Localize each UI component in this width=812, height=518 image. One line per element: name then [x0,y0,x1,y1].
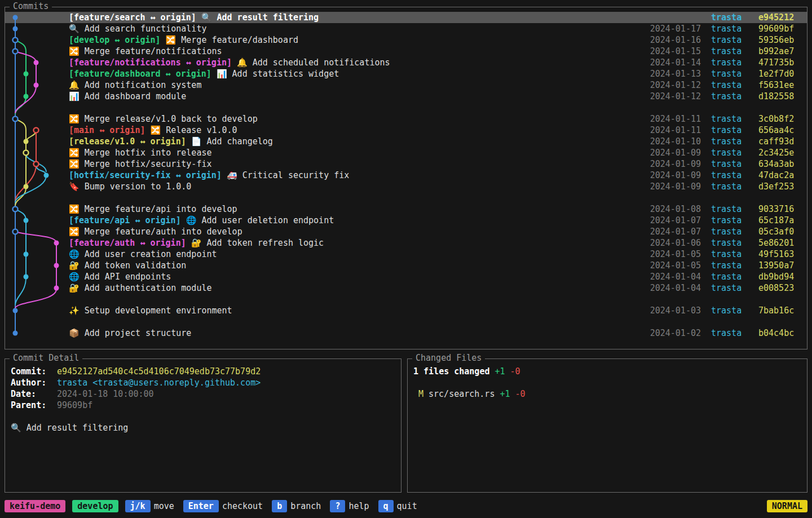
commit-row[interactable]: [feature/dashboard ↔ origin]📊Add statist… [5,68,807,79]
commit-message: [develop ↔ origin]🔀Merge feature/dashboa… [69,34,645,46]
commit-hash: 49f5163 [758,249,798,260]
commit-author: trasta [711,226,746,237]
bookmark-icon: 🔖 [69,181,80,192]
commit-row[interactable]: 🔖Bump version to 1.0.02024-01-09trastad3… [5,181,807,192]
detail-author-label: Author: [11,377,57,388]
commit-row[interactable]: 🔀Merge release/v1.0 back to develop2024-… [5,113,807,125]
commit-date: 2024-01-12 [645,91,701,102]
commit-detail-panel: Commit Detail Commit:e9452127ad540c4c5d4… [5,358,401,493]
commit-row[interactable]: 🔀Merge feature/notifications2024-01-15tr… [5,46,807,57]
files-spacer [413,377,801,388]
commit-row[interactable]: 📊Add dashboard module2024-01-12trastad18… [5,91,807,102]
commit-author: trasta [711,170,746,181]
commit-row[interactable]: 🌐Add API endpoints2024-01-04trastadb9bd9… [5,271,807,282]
commit-hash: 5e86201 [758,237,798,249]
bell-icon: 🔔 [69,80,80,90]
commit-date: 2024-01-03 [645,305,701,316]
commit-message: [feature/auth ↔ origin]🔐Add token refres… [69,237,645,249]
commit-date: 2024-01-05 [645,260,701,271]
lock-icon: 🔐 [69,283,80,293]
commit-message: 🔍Add search functionality [69,23,645,34]
commit-date: 2024-01-02 [645,327,701,339]
commit-message: [main ↔ origin]🔀Release v1.0.0 [69,125,645,136]
files-summary-additions: +1 [495,366,505,377]
commit-date: 2024-01-07 [645,226,701,237]
ambulance-icon: 🚑 [227,170,237,180]
commit-message: 🔐Add authentication module [69,282,645,294]
commit-message: 📊Add dashboard module [69,91,645,102]
branch-label: [hotfix/security-fix ↔ origin] [69,170,222,180]
commit-date: 2024-01-06 [645,237,701,249]
terminal-screen: Commits [feature/search ↔ origin]🔍Add re… [0,0,812,518]
commit-row[interactable]: ✨Setup development environment2024-01-03… [5,305,807,316]
commit-message: [feature/dashboard ↔ origin]📊Add statist… [69,68,645,79]
branch-label: [release/v1.0 ↔ origin] [69,136,186,147]
commit-row[interactable]: [release/v1.0 ↔ origin]📄Add changelog202… [5,136,807,147]
commit-message: [hotfix/security-fix ↔ origin]🚑Critical … [69,170,645,181]
hint-label-quit: quit [397,501,417,511]
commit-row[interactable]: 🔐Add token validation2024-01-05trasta139… [5,260,807,271]
commit-hash: 13950a7 [758,260,798,271]
detail-commit-line: Commit:e9452127ad540c4c5d4106c7049edb73c… [11,366,395,377]
commit-row[interactable]: 📦Add project structure2024-01-02trastab0… [5,327,807,339]
commit-message: 🌐Add user creation endpoint [69,249,645,260]
commit-row-spacer [5,294,807,305]
commit-message: [feature/search ↔ origin]🔍Add result fil… [69,12,645,23]
commit-row[interactable]: [main ↔ origin]🔀Release v1.0.02024-01-11… [5,125,807,136]
commit-row[interactable]: 🌐Add user creation endpoint2024-01-05tra… [5,249,807,260]
status-bar: keifu-demo develop j/kmoveEntercheckoutb… [5,499,807,513]
commit-author: trasta [711,203,746,215]
changed-file-row[interactable]: Msrc/search.rs+1-0 [413,388,801,400]
commit-row[interactable]: 🔍Add search functionality2024-01-17trast… [5,23,807,34]
key-badge-checkout: Enter [183,500,219,512]
bottom-panels: Commit Detail Commit:e9452127ad540c4c5d4… [5,358,807,493]
commit-row-spacer [5,102,807,113]
commit-row[interactable]: [hotfix/security-fix ↔ origin]🚑Critical … [5,170,807,181]
merge-icon: 🔀 [150,125,161,135]
merge-icon: 🔀 [69,114,80,124]
detail-parent-value: 99609bf [57,400,92,410]
commit-date: 2024-01-17 [645,23,701,34]
commit-row[interactable]: [feature/notifications ↔ origin]🔔Add sch… [5,57,807,68]
changed-files-panel: Changed Files 1 files changed+1-0 Msrc/s… [407,358,807,493]
files-summary-text: 1 files changed [413,366,489,377]
commit-row[interactable]: 🔀Merge hotfix into release2024-01-09tras… [5,147,807,158]
search-icon: 🔍 [201,12,212,23]
hint-label-branch: branch [290,501,321,511]
commit-row[interactable]: 🔀Merge hotfix/security-fix2024-01-09tras… [5,158,807,170]
commit-row[interactable]: 🔔Add notification system2024-01-12trasta… [5,79,807,91]
commit-message: 🔀Merge release/v1.0 back to develop [69,113,645,125]
commit-hash: e008523 [758,282,798,294]
commit-author: trasta [711,271,746,282]
commit-message: 📦Add project structure [69,327,645,339]
commit-message: 🔀Merge feature/api into develop [69,203,645,215]
commit-author: trasta [711,68,746,79]
commit-author: trasta [711,125,746,136]
commit-subject: Release v1.0.0 [166,125,237,135]
commit-row[interactable]: [feature/api ↔ origin]🌐Add user deletion… [5,215,807,226]
commit-row[interactable]: 🔐Add authentication module2024-01-04tras… [5,282,807,294]
commit-row[interactable]: 🔀Merge feature/api into develop2024-01-0… [5,203,807,215]
commit-row[interactable]: [feature/search ↔ origin]🔍Add result fil… [5,12,807,23]
commit-date: 2024-01-09 [645,170,701,181]
commit-date: 2024-01-09 [645,158,701,170]
detail-message-line: 🔍Add result filtering [11,422,395,433]
commit-message: 🔖Bump version to 1.0.0 [69,181,645,192]
commit-date: 2024-01-16 [645,34,701,46]
commit-date: 2024-01-09 [645,181,701,192]
commit-author: trasta [711,46,746,57]
commit-subject: Add token validation [85,260,187,271]
commit-row[interactable]: 🔀Merge feature/auth into develop2024-01-… [5,226,807,237]
commit-hash: b04c4bc [758,327,798,339]
lock-icon: 🔐 [69,260,80,271]
commit-hash: 634a3ab [758,158,798,170]
commit-hash: 99609bf [758,23,798,34]
commit-author: trasta [711,57,746,68]
commit-hash: 656aa4c [758,125,798,136]
key-badge-help: ? [330,500,345,512]
commit-row[interactable]: [develop ↔ origin]🔀Merge feature/dashboa… [5,34,807,46]
commit-message: 🔔Add notification system [69,79,645,91]
commit-row[interactable]: [feature/auth ↔ origin]🔐Add token refres… [5,237,807,249]
commit-author: trasta [711,249,746,260]
commit-row-spacer [5,316,807,327]
